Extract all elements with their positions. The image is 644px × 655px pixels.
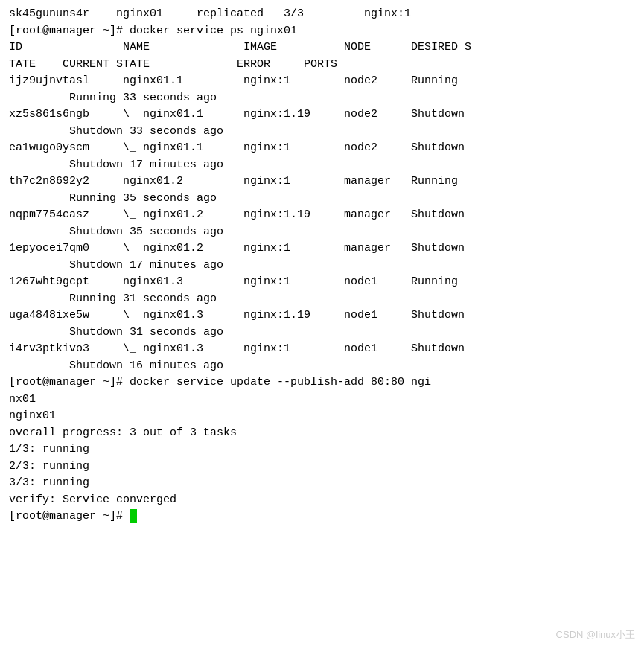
cursor bbox=[130, 509, 137, 523]
terminal-output: sk45gununs4r nginx01 replicated 3/3 ngin… bbox=[9, 6, 635, 525]
terminal-window: sk45gununs4r nginx01 replicated 3/3 ngin… bbox=[0, 0, 644, 655]
watermark: CSDN @linux小王 bbox=[556, 627, 635, 642]
